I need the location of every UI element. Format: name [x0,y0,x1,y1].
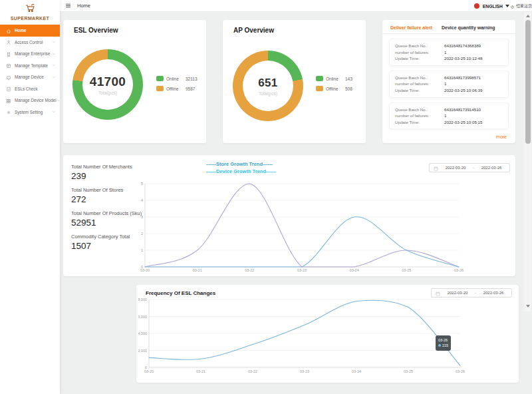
batch-label: Queue Batch No.: [395,75,444,81]
esl-overview-title: ESL Overview [74,27,118,34]
alert-tabs: Deliver failure alert Device quantity wa… [382,20,515,34]
stat-value: 272 [71,194,142,204]
user-menu[interactable]: 恒量运营 [510,0,532,12]
person-icon [6,36,11,48]
svg-text:03-22: 03-22 [245,268,254,272]
legend-value: 143 [345,77,352,81]
esl-donut-center: 41700 Total(pcs) [82,59,133,110]
stat-value: 52951 [71,218,142,228]
svg-text:6,000: 6,000 [138,315,147,319]
chart-tooltip: 03-26 215 [436,335,451,351]
ap-overview-title: AP Overview [233,27,274,34]
esl-overview-card: ESL Overview 41700 Total(pcs) Online 321… [63,20,206,143]
svg-text:03-20: 03-20 [144,369,154,373]
chevron-down-icon [57,98,61,102]
svg-text:5: 5 [141,182,143,186]
svg-text:03-20: 03-20 [140,268,150,272]
template-icon [6,59,11,71]
batch-label: Queue Batch No.: [395,106,444,113]
sidebar-item-label: Access Control [15,40,52,45]
sidebar-item-home[interactable]: Home [0,25,60,37]
user-label: 恒量运营 [516,3,532,9]
store-growth-legend[interactable]: ------Store Growth Trend------ [206,161,276,168]
sidebar-item-manage-device-model[interactable]: Manage Device Model [0,95,60,106]
time-value: 2022-03-25 10:05:15 [444,119,482,126]
svg-text:03-21: 03-21 [193,268,202,272]
device-icon [6,71,11,83]
date-to: 2022-03-26 [477,166,505,170]
gear-icon [6,106,11,118]
sidebar-item-manage-device[interactable]: Manage Device [0,71,60,83]
series-dot [438,344,441,347]
date-separator: - [473,166,474,170]
alert-list-item: Queue Batch No.:6431648173998571 number … [389,71,509,98]
esl-legend-offline[interactable]: Offline 9587 [156,86,198,91]
dashboard-screen: SUPERMARKET Home Access Control Manage E… [0,0,532,394]
alert-list-item: Queue Batch No.:6431648173914510 number … [389,102,509,130]
svg-text:03-25: 03-25 [404,369,413,373]
failures-value: 1 [444,49,446,56]
language-selector[interactable]: ENGLISH [474,0,509,12]
scroll-up-arrow-icon[interactable] [526,15,530,17]
svg-text:03-26: 03-26 [454,268,464,272]
ap-legend-online[interactable]: Online 143 [316,76,352,81]
svg-text:03-24: 03-24 [352,369,361,373]
ap-overview-card: AP Overview 651 Total(pcs) Online 143 Of… [223,20,366,143]
svg-text:03-22: 03-22 [248,369,257,373]
tab-device-quantity-warning[interactable]: Device quantity warning [442,25,495,30]
sidebar-item-label: Manage Template [15,63,52,68]
growth-date-range-picker[interactable]: 2022-03-20 - 2022-03-26 [429,163,510,172]
growth-trend-chart[interactable]: 01234503-2003-2103-2203-2303-2403-2503-2… [135,174,521,274]
power-icon [510,0,515,12]
sidebar-item-manage-template[interactable]: Manage Template [0,60,60,72]
svg-text:8,000: 8,000 [138,297,147,301]
time-value: 2022-03-25 10:06:39 [444,87,482,94]
stat-label: Total Number Of Merchants [71,164,142,170]
svg-text:1: 1 [141,248,143,252]
failures-label: number of failures: [395,112,444,119]
sidebar-item-system-setting[interactable]: System Setting [0,106,60,118]
svg-text:2: 2 [141,232,143,236]
ap-donut-center: 651 Total(pcs) [243,61,293,111]
stat-commodity: Commodity Category Total 1507 [71,234,142,251]
failures-value: 1 [444,81,446,87]
frequency-chart[interactable]: 02,0004,0006,0008,00003-2003-2103-2203-2… [138,295,522,376]
ap-legend-offline[interactable]: Offline 508 [316,86,352,91]
stat-label: Total Number Of Stores [71,187,142,193]
vertical-scrollbar [524,12,531,311]
hamburger-menu-icon[interactable] [65,3,71,9]
time-label: Update Time: [395,55,444,62]
sidebar-item-esls-check[interactable]: ESLs Check [0,83,60,95]
ap-donut-chart[interactable]: 651 Total(pcs) [233,51,303,121]
tab-deliver-failure-alert[interactable]: Deliver failure alert [390,25,432,30]
sidebar-menu: Home Access Control Manage Enterprise Ma… [0,25,60,118]
stat-stores: Total Number Of Stores 272 [71,187,142,204]
esl-legend-online[interactable]: Online 32113 [156,76,198,81]
offline-swatch [316,86,323,91]
failures-label: number of failures: [395,49,444,56]
scrollbar-thumb[interactable] [525,20,531,144]
esl-total-unit: Total(pcs) [98,91,117,95]
sidebar-item-label: Manage Device [15,75,52,79]
sidebar-item-label: Manage Enterprise [15,51,52,56]
language-label: ENGLISH [483,4,503,9]
sidebar-item-manage-enterprise[interactable]: Manage Enterprise [0,48,60,60]
stat-merchants: Total Number Of Merchants 239 [71,164,142,181]
sidebar: SUPERMARKET Home Access Control Manage E… [0,0,60,394]
scroll-down-arrow-icon[interactable] [526,305,530,307]
svg-text:03-26: 03-26 [456,369,465,373]
esl-donut-chart[interactable]: 41700 Total(pcs) [72,49,143,120]
brand-logo: SUPERMARKET [0,0,60,21]
chevron-down-icon [52,110,56,114]
stat-value: 239 [71,171,142,181]
tooltip-value: 215 [438,343,448,349]
legend-label: Offline [166,87,184,91]
svg-text:03-23: 03-23 [300,369,309,373]
ap-total-value: 651 [258,77,277,90]
more-link[interactable]: more [496,134,507,139]
svg-text:4: 4 [141,198,143,202]
sidebar-item-access-control[interactable]: Access Control [0,37,60,49]
time-label: Update Time: [395,87,444,94]
chevron-down-icon [52,52,56,56]
legend-value: 32113 [186,77,198,81]
